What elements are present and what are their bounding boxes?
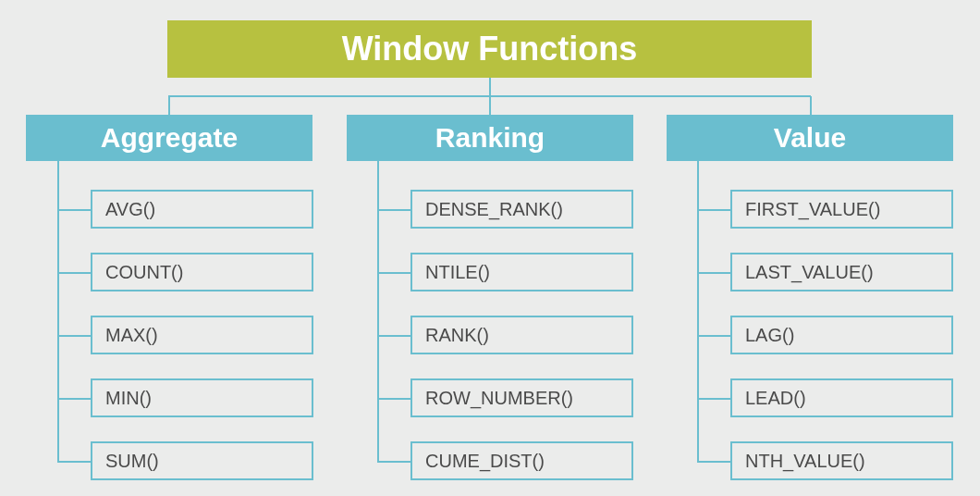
func-item: LAG(): [730, 316, 953, 354]
category-ranking: Ranking: [347, 115, 633, 161]
connector-line: [379, 461, 410, 463]
connector-line: [699, 209, 730, 211]
connector-line: [489, 78, 491, 96]
connector-line: [59, 272, 91, 274]
connector-line: [699, 461, 730, 463]
func-item: MIN(): [91, 378, 313, 417]
connector-line: [168, 96, 170, 115]
category-aggregate: Aggregate: [26, 115, 312, 161]
func-item: RANK(): [410, 316, 633, 354]
func-item: DENSE_RANK(): [410, 190, 633, 229]
func-label: LAG(): [745, 325, 794, 346]
func-item: COUNT(): [91, 253, 313, 291]
func-label: AVG(): [105, 199, 155, 220]
func-item: MAX(): [91, 316, 313, 354]
connector-line: [59, 461, 91, 463]
func-label: RANK(): [425, 325, 489, 346]
func-label: SUM(): [105, 451, 159, 472]
func-item: LEAD(): [730, 378, 953, 417]
connector-line: [57, 161, 59, 463]
func-label: FIRST_VALUE(): [745, 199, 880, 220]
connector-line: [379, 398, 410, 400]
func-label: DENSE_RANK(): [425, 199, 563, 220]
func-item: NTH_VALUE(): [730, 441, 953, 480]
connector-line: [379, 335, 410, 337]
func-item: AVG(): [91, 190, 313, 229]
connector-line: [379, 272, 410, 274]
func-label: NTH_VALUE(): [745, 451, 865, 472]
func-item: LAST_VALUE(): [730, 253, 953, 291]
root-title-box: Window Functions: [167, 20, 812, 78]
func-item: NTILE(): [410, 253, 633, 291]
connector-line: [59, 398, 91, 400]
func-item: SUM(): [91, 441, 313, 480]
func-label: CUME_DIST(): [425, 451, 545, 472]
func-label: MIN(): [105, 388, 152, 409]
connector-line: [699, 398, 730, 400]
connector-line: [697, 161, 699, 463]
connector-line: [379, 209, 410, 211]
func-label: COUNT(): [105, 262, 183, 283]
func-item: CUME_DIST(): [410, 441, 633, 480]
func-label: ROW_NUMBER(): [425, 388, 573, 409]
connector-line: [489, 96, 491, 115]
category-label: Aggregate: [101, 122, 238, 154]
connector-line: [59, 335, 91, 337]
connector-line: [810, 96, 812, 115]
func-label: LEAD(): [745, 388, 806, 409]
category-value: Value: [667, 115, 953, 161]
func-item: FIRST_VALUE(): [730, 190, 953, 229]
connector-line: [699, 272, 730, 274]
category-label: Ranking: [435, 122, 545, 154]
connector-line: [59, 209, 91, 211]
func-label: MAX(): [105, 325, 158, 346]
connector-line: [377, 161, 379, 463]
func-item: ROW_NUMBER(): [410, 378, 633, 417]
func-label: NTILE(): [425, 262, 490, 283]
func-label: LAST_VALUE(): [745, 262, 874, 283]
connector-line: [699, 335, 730, 337]
category-label: Value: [774, 122, 846, 154]
root-title: Window Functions: [342, 30, 638, 68]
